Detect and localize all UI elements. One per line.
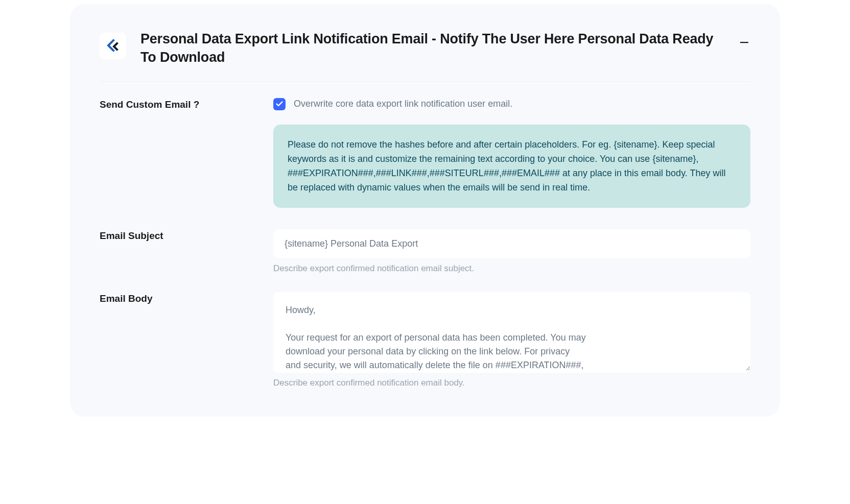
email-body-row: Email Body Describe export confirmed not… — [100, 274, 750, 388]
minus-icon — [740, 42, 748, 44]
app-logo — [100, 33, 126, 59]
check-icon — [276, 101, 283, 107]
send-custom-email-label: Send Custom Email ? — [100, 98, 273, 110]
email-body-content: Describe export confirmed notification e… — [273, 292, 750, 388]
send-custom-email-row: Send Custom Email ? Overwrite core data … — [100, 82, 750, 208]
email-subject-content: Describe export confirmed notification e… — [273, 229, 750, 274]
email-subject-row: Email Subject Describe export confirmed … — [100, 208, 750, 274]
logo-icon — [105, 38, 121, 54]
collapse-button[interactable] — [738, 37, 750, 49]
email-subject-helper: Describe export confirmed notification e… — [273, 263, 750, 274]
email-subject-label: Email Subject — [100, 229, 273, 242]
overwrite-checkbox[interactable] — [273, 98, 286, 110]
svg-rect-0 — [740, 42, 748, 43]
email-body-textarea-wrap — [273, 292, 750, 373]
email-body-textarea[interactable] — [273, 292, 750, 371]
settings-card: Personal Data Export Link Notification E… — [70, 4, 780, 417]
send-custom-email-content: Overwrite core data export link notifica… — [273, 98, 750, 208]
email-body-label: Email Body — [100, 292, 273, 304]
email-subject-input[interactable] — [273, 229, 750, 258]
placeholder-info-box: Please do not remove the hashes before a… — [273, 125, 750, 208]
page-title: Personal Data Export Link Notification E… — [140, 30, 724, 67]
checkbox-line: Overwrite core data export link notifica… — [273, 98, 750, 110]
overwrite-checkbox-label: Overwrite core data export link notifica… — [294, 99, 512, 109]
card-header: Personal Data Export Link Notification E… — [100, 30, 750, 82]
email-body-helper: Describe export confirmed notification e… — [273, 378, 750, 388]
